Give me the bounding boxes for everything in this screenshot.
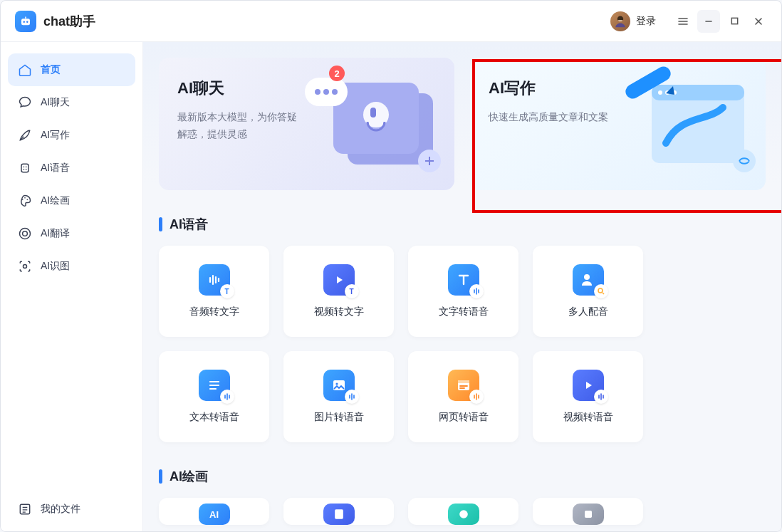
svg-point-16 [363, 102, 389, 127]
svg-rect-3 [25, 16, 26, 19]
text-t-icon [448, 264, 479, 296]
image-icon [323, 370, 355, 401]
svg-rect-17 [370, 108, 376, 118]
tile-label: 视频转语音 [563, 411, 613, 424]
svg-point-7 [22, 199, 24, 201]
hero-card-chat[interactable]: AI聊天 最新版本大模型，为你答疑解惑，提供灵感 2 [159, 58, 454, 190]
svg-rect-6 [21, 164, 28, 172]
hero-desc: 最新版本大模型，为你答疑解惑，提供灵感 [177, 109, 306, 143]
sidebar-item-label: AI写作 [41, 129, 70, 142]
svg-point-2 [26, 21, 28, 22]
section-bar-icon [159, 217, 162, 231]
section-title: AI绘画 [170, 468, 208, 485]
svg-point-12 [24, 265, 27, 268]
app-logo-icon [15, 11, 36, 32]
tile-label: 多人配音 [568, 306, 608, 318]
svg-rect-5 [731, 18, 737, 24]
sidebar-item-home[interactable]: 首页 [8, 53, 135, 86]
sidebar-item-paint[interactable]: AI绘画 [8, 184, 135, 217]
hero-title: AI聊天 [177, 78, 436, 99]
svg-point-24 [418, 150, 441, 172]
sidebar-item-label: 首页 [41, 63, 61, 76]
sidebar-item-label: AI识图 [41, 260, 70, 273]
window-minimize-icon[interactable] [699, 11, 719, 31]
svg-point-1 [24, 21, 25, 22]
sidebar-item-write[interactable]: AI写作 [8, 119, 135, 152]
sidebar-item-label: 我的文件 [41, 503, 80, 516]
person-icon [573, 264, 604, 296]
tile-paint-item[interactable] [408, 498, 518, 525]
sidebar-item-label: AI绘画 [41, 194, 70, 207]
svg-point-10 [20, 229, 31, 239]
tile-label: 视频转文字 [314, 306, 364, 318]
window-close-icon[interactable] [749, 11, 768, 31]
tile-image-to-voice[interactable]: 图片转语音 [283, 351, 394, 442]
svg-rect-0 [21, 19, 30, 25]
svg-marker-40 [586, 382, 592, 389]
paint-grey-icon [573, 504, 604, 525]
svg-point-8 [24, 197, 26, 199]
sidebar-item-vision[interactable]: AI识图 [8, 250, 135, 283]
sidebar-item-label: AI聊天 [41, 96, 70, 109]
hamburger-menu-icon[interactable] [673, 11, 693, 31]
tile-paint-item[interactable]: AI [159, 498, 269, 525]
titlebar: chat助手 登录 [1, 1, 781, 42]
tile-video-to-text[interactable]: T 视频转文字 [283, 246, 394, 337]
paint-style-icon [448, 504, 479, 525]
svg-point-9 [27, 199, 28, 201]
svg-point-11 [23, 231, 28, 236]
login-button[interactable]: 登录 [636, 15, 656, 28]
tile-label: 音频转文字 [189, 306, 239, 318]
svg-point-34 [584, 274, 590, 280]
svg-point-37 [335, 382, 338, 385]
svg-rect-43 [585, 511, 592, 518]
audio-wave-icon: T [199, 264, 230, 296]
tile-paint-item[interactable] [533, 498, 643, 525]
tile-paint-item[interactable] [283, 498, 394, 525]
hero-title: AI写作 [489, 78, 747, 99]
tile-label: 文本转语音 [189, 411, 239, 424]
tile-webpage-to-voice[interactable]: 网页转语音 [408, 351, 518, 442]
webpage-icon [448, 370, 479, 401]
paint-ai-icon: AI [199, 504, 230, 525]
tile-multi-voice[interactable]: 多人配音 [533, 246, 643, 337]
tile-video-to-voice[interactable]: 视频转语音 [533, 351, 643, 442]
video-play-icon [573, 370, 604, 401]
main-content: AI聊天 最新版本大模型，为你答疑解惑，提供灵感 2 [143, 42, 781, 532]
section-bar-icon [159, 469, 162, 484]
document-lines-icon [199, 370, 230, 401]
paint-doc-icon [323, 504, 355, 525]
sidebar-item-label: AI语音 [41, 162, 70, 174]
svg-rect-39 [458, 380, 469, 383]
sidebar-item-chat[interactable]: AI聊天 [8, 86, 135, 119]
svg-point-42 [459, 510, 468, 518]
section-title: AI语音 [170, 216, 208, 233]
tile-audio-to-text[interactable]: T 音频转文字 [159, 246, 269, 337]
tile-text-to-voice[interactable]: 文字转语音 [408, 246, 518, 337]
avatar[interactable] [610, 11, 630, 31]
sidebar-item-translate[interactable]: AI翻译 [8, 217, 135, 250]
sidebar-item-voice[interactable]: AI语音 [8, 152, 135, 184]
svg-point-32 [733, 150, 756, 172]
tile-label: 网页转语音 [439, 411, 489, 424]
sidebar-item-label: AI翻译 [41, 227, 70, 240]
tile-text-to-speech[interactable]: 文本转语音 [159, 351, 269, 442]
svg-rect-41 [335, 509, 343, 518]
app-title: chat助手 [43, 13, 95, 30]
window-maximize-icon[interactable] [724, 11, 744, 31]
hero-desc: 快速生成高质量文章和文案 [489, 109, 617, 126]
svg-point-35 [598, 288, 603, 293]
sidebar: 首页 AI聊天 AI写作 AI语音 AI绘画 AI翻译 AI识图 我 [1, 42, 143, 532]
sidebar-item-my-files[interactable]: 我的文件 [8, 493, 135, 526]
svg-rect-14 [348, 93, 433, 165]
hero-card-write[interactable]: AI写作 快速生成高质量文章和文案 [470, 58, 766, 190]
video-play-icon: T [323, 264, 355, 296]
svg-marker-33 [337, 276, 343, 283]
tile-label: 图片转语音 [314, 411, 364, 424]
tile-label: 文字转语音 [439, 306, 489, 318]
